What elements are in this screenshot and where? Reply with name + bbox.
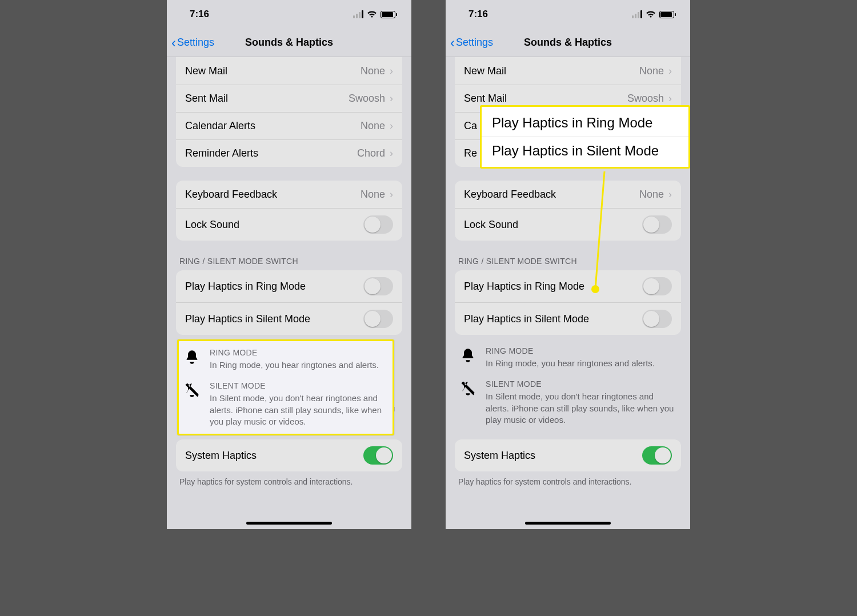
- page-title: Sounds & Haptics: [245, 37, 333, 49]
- haptics-ring-row: Play Haptics in Ring Mode: [176, 270, 402, 302]
- home-indicator[interactable]: [525, 522, 611, 525]
- chevron-right-icon: ›: [390, 93, 393, 105]
- cellular-icon: [632, 10, 642, 18]
- system-haptics-row: System Haptics: [455, 439, 681, 471]
- back-label: Settings: [177, 37, 214, 49]
- left-screenshot: 7:16 ‹ Settings Sounds & Haptics New Mai…: [167, 0, 411, 529]
- keyboard-group: Keyboard Feedback None› Lock Sound: [176, 181, 402, 241]
- haptics-silent-switch[interactable]: [363, 310, 393, 328]
- battery-icon: [659, 11, 674, 18]
- reminder-alerts-row[interactable]: Reminder Alerts Chord›: [176, 139, 402, 167]
- status-time: 7:16: [190, 9, 209, 20]
- new-mail-row[interactable]: New Mail None›: [176, 57, 402, 85]
- chevron-right-icon: ›: [390, 147, 393, 159]
- keyboard-feedback-row[interactable]: Keyboard Feedback None›: [455, 181, 681, 208]
- page-title: Sounds & Haptics: [524, 37, 612, 49]
- wifi-icon: [646, 10, 656, 18]
- nav-bar: ‹ Settings Sounds & Haptics: [167, 29, 411, 57]
- chevron-right-icon: ›: [390, 120, 393, 132]
- haptics-ring-row: Play Haptics in Ring Mode: [455, 270, 681, 302]
- calendar-alerts-row[interactable]: Calendar Alerts None›: [176, 112, 402, 139]
- keyboard-feedback-row[interactable]: Keyboard Feedback None›: [176, 181, 402, 208]
- section-header-ring-silent: RING / SILENT MODE SWITCH: [179, 257, 399, 266]
- footer-text: Play haptics for system controls and int…: [179, 477, 399, 486]
- lock-sound-switch[interactable]: [642, 215, 672, 234]
- new-mail-row[interactable]: New Mail None›: [455, 57, 681, 85]
- system-haptics-group: System Haptics: [176, 439, 402, 471]
- status-bar: 7:16: [446, 0, 690, 29]
- system-haptics-row: System Haptics: [176, 439, 402, 471]
- battery-icon: [381, 11, 395, 18]
- bell-icon: [458, 346, 478, 369]
- right-screenshot: 7:16 ‹ Settings Sounds & Haptics New Mai…: [446, 0, 690, 529]
- haptics-ring-switch[interactable]: [642, 277, 672, 295]
- cellular-icon: [353, 10, 363, 18]
- nav-bar: ‹ Settings Sounds & Haptics: [446, 29, 690, 57]
- sounds-group: New Mail None› Sent Mail Swoosh› Calenda…: [176, 57, 402, 167]
- back-button[interactable]: ‹ Settings: [450, 36, 493, 50]
- haptics-silent-switch[interactable]: [642, 310, 672, 328]
- home-indicator[interactable]: [246, 522, 332, 525]
- bell-slash-icon: [458, 379, 478, 426]
- chevron-right-icon: ›: [390, 189, 393, 201]
- svg-line-2: [462, 383, 474, 395]
- lock-sound-row: Lock Sound: [455, 208, 681, 241]
- system-haptics-switch[interactable]: [363, 446, 393, 465]
- status-bar: 7:16: [167, 0, 411, 29]
- haptics-group: Play Haptics in Ring Mode Play Haptics i…: [176, 270, 402, 335]
- back-button[interactable]: ‹ Settings: [171, 36, 214, 50]
- annotation-leader-dot: [591, 285, 599, 293]
- highlight-mode-info: RING MODE In Ring mode, you hear rington…: [177, 339, 394, 435]
- wifi-icon: [367, 10, 377, 18]
- callout-line-2: Play Haptics in Silent Mode: [482, 137, 688, 165]
- sent-mail-row[interactable]: Sent Mail Swoosh›: [176, 85, 402, 112]
- callout-line-1: Play Haptics in Ring Mode: [482, 109, 688, 137]
- status-icons: [353, 10, 395, 18]
- callout-haptics-options: Play Haptics in Ring Mode Play Haptics i…: [480, 105, 690, 169]
- lock-sound-row: Lock Sound: [176, 208, 402, 241]
- status-time: 7:16: [468, 9, 488, 20]
- chevron-left-icon: ‹: [171, 36, 176, 50]
- chevron-right-icon: ›: [390, 65, 393, 77]
- haptics-silent-row: Play Haptics in Silent Mode: [455, 302, 681, 335]
- haptics-ring-switch[interactable]: [363, 277, 393, 295]
- svg-line-1: [186, 385, 198, 397]
- system-haptics-switch[interactable]: [642, 446, 672, 465]
- lock-sound-switch[interactable]: [363, 215, 393, 234]
- haptics-silent-row: Play Haptics in Silent Mode: [176, 302, 402, 335]
- row-label: New Mail: [185, 65, 227, 77]
- chevron-left-icon: ‹: [450, 36, 455, 50]
